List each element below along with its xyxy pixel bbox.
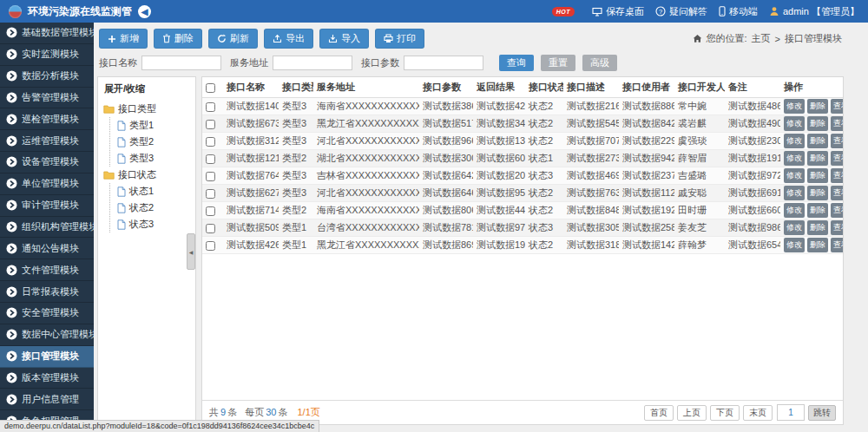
reset-button[interactable]: 重置 (541, 55, 575, 71)
edit-button[interactable]: 修改 (784, 168, 805, 183)
sidebar-item-0[interactable]: 基础数据管理模块 (0, 23, 94, 44)
page-jump-input[interactable] (777, 404, 805, 421)
header-link-0[interactable]: 保存桌面 (592, 5, 644, 18)
edit-button[interactable]: 修改 (784, 238, 805, 252)
tree-leaf-1-1[interactable]: 状态2 (117, 200, 195, 216)
edit-button[interactable]: 修改 (784, 151, 805, 166)
row-select-cell (202, 167, 223, 185)
sidebar-item-15[interactable]: 接口管理模块 (0, 346, 94, 368)
row-select-cell (202, 150, 223, 167)
sidebar-item-14[interactable]: 数据中心管理模块 (0, 324, 94, 346)
tree-leaf-0-2[interactable]: 类型3 (117, 150, 195, 167)
prev-page-button[interactable]: 上页 (677, 405, 707, 421)
tree-leaf-0-1[interactable]: 类型2 (117, 134, 195, 150)
row-checkbox[interactable] (206, 137, 215, 147)
next-page-button[interactable]: 下页 (710, 405, 740, 421)
view-button[interactable]: 查看 (831, 168, 843, 183)
sidebar-item-5[interactable]: 运维管理模块 (0, 130, 94, 152)
row-checkbox[interactable] (206, 206, 215, 216)
view-button[interactable]: 查看 (831, 99, 843, 114)
sidebar-item-4[interactable]: 巡检管理模块 (0, 108, 94, 130)
row-checkbox[interactable] (206, 189, 215, 199)
row-checkbox[interactable] (206, 241, 215, 251)
tree-leaf-0-0[interactable]: 类型1 (117, 117, 195, 134)
breadcrumb-home-link[interactable]: 主页 (752, 32, 771, 45)
sidebar-item-12[interactable]: 日常报表模块 (0, 281, 94, 303)
refresh-icon (217, 34, 227, 43)
tree-folder-0[interactable]: 接口类型 (103, 101, 195, 117)
row-checkbox[interactable] (206, 154, 215, 164)
delete-button[interactable]: 删除 (154, 29, 202, 49)
tree-folder-1[interactable]: 接口状态 (103, 167, 195, 183)
view-button[interactable]: 查看 (831, 238, 843, 252)
cell: 薛翰梦 (674, 237, 725, 254)
sidebar-item-7[interactable]: 单位管理模块 (0, 173, 94, 195)
print-button[interactable]: 打印 (375, 29, 424, 49)
tree-leaf-1-0[interactable]: 状态1 (117, 183, 195, 200)
export-button[interactable]: 导出 (264, 29, 313, 49)
page-jump-button[interactable]: 跳转 (808, 405, 836, 421)
sidebar-item-17[interactable]: 用户信息管理 (0, 389, 94, 410)
tree: 接口类型类型1类型2类型3接口状态状态1状态2状态3 (103, 101, 195, 232)
interface-name-input[interactable] (141, 56, 221, 70)
advanced-button[interactable]: 高级 (582, 55, 617, 71)
sidebar-item-1[interactable]: 实时监测模块 (0, 44, 94, 66)
sidebar-item-8[interactable]: 审计管理模块 (0, 195, 94, 217)
edit-button[interactable]: 修改 (784, 203, 805, 218)
delete-button[interactable]: 删除 (807, 116, 828, 131)
view-button[interactable]: 查看 (831, 220, 843, 235)
delete-button[interactable]: 删除 (807, 134, 828, 148)
header-link-1[interactable]: ?疑问解答 (655, 5, 707, 18)
delete-button[interactable]: 删除 (807, 151, 828, 166)
first-page-button[interactable]: 首页 (644, 405, 674, 421)
sidebar-item-13[interactable]: 安全管理模块 (0, 303, 94, 324)
row-checkbox[interactable] (206, 102, 215, 112)
row-checkbox[interactable] (206, 172, 215, 181)
delete-button[interactable]: 删除 (807, 168, 828, 183)
cell: 测试数据4903 (725, 115, 780, 133)
view-button[interactable]: 查看 (831, 116, 843, 131)
view-button[interactable]: 查看 (831, 186, 843, 200)
tree-leaf-1-2[interactable]: 状态3 (117, 216, 195, 232)
tree-header[interactable]: 展开/收缩 (104, 82, 195, 95)
cell: 吉盛璐 (674, 167, 725, 185)
import-button[interactable]: 导入 (319, 29, 369, 49)
row-checkbox[interactable] (206, 120, 215, 129)
last-page-button[interactable]: 末页 (743, 405, 773, 421)
edit-button[interactable]: 修改 (784, 116, 805, 131)
edit-button[interactable]: 修改 (784, 220, 805, 235)
service-address-input[interactable] (273, 56, 352, 70)
edit-button[interactable]: 修改 (784, 134, 805, 148)
sidebar-item-2[interactable]: 数据分析模块 (0, 66, 94, 88)
header-link-2[interactable]: 移动端 (719, 5, 758, 18)
sidebar-item-9[interactable]: 组织机构管理模块 (0, 217, 94, 239)
cell: 测试数据1404 (223, 98, 279, 115)
row-select-cell (202, 237, 223, 254)
sidebar-item-3[interactable]: 告警管理模块 (0, 88, 94, 109)
chevron-circle-icon (6, 200, 17, 211)
delete-button[interactable]: 删除 (807, 186, 828, 200)
sidebar-item-11[interactable]: 文件管理模块 (0, 259, 94, 281)
view-button[interactable]: 查看 (831, 134, 843, 148)
delete-button[interactable]: 删除 (807, 203, 828, 218)
back-arrow-icon[interactable]: ◀ (138, 5, 151, 18)
sidebar-item-10[interactable]: 通知公告模块 (0, 238, 94, 259)
sidebar-item-6[interactable]: 设备管理模块 (0, 152, 94, 173)
delete-button[interactable]: 删除 (807, 238, 828, 252)
add-button[interactable]: 新增 (99, 29, 148, 49)
select-all-checkbox[interactable] (206, 83, 215, 93)
search-button[interactable]: 查询 (499, 55, 534, 71)
edit-button[interactable]: 修改 (784, 186, 805, 200)
refresh-button[interactable]: 刷新 (208, 29, 258, 49)
panel-collapse-handle[interactable]: ◀ (187, 233, 195, 270)
view-button[interactable]: 查看 (831, 151, 843, 166)
row-checkbox[interactable] (206, 224, 215, 233)
total-prefix: 共 (209, 407, 219, 417)
delete-button[interactable]: 删除 (807, 220, 828, 235)
header-link-3[interactable]: admin 【管理员】 (769, 5, 859, 18)
view-button[interactable]: 查看 (831, 203, 843, 218)
edit-button[interactable]: 修改 (784, 99, 805, 114)
delete-button[interactable]: 删除 (807, 99, 828, 114)
interface-param-input[interactable] (404, 56, 483, 70)
sidebar-item-16[interactable]: 版本管理模块 (0, 368, 94, 389)
